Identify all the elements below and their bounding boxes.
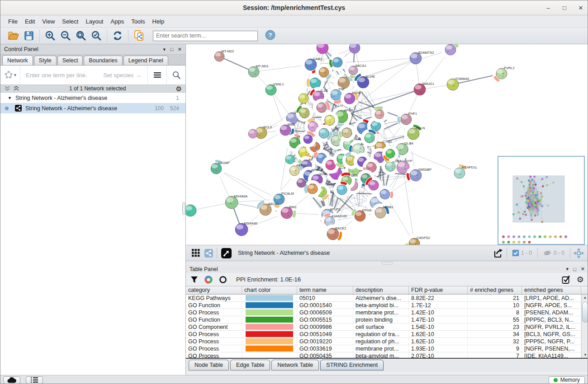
zoom-in-button[interactable]	[43, 29, 58, 42]
network-node[interactable]	[361, 129, 378, 146]
tab-select[interactable]: Select	[57, 56, 83, 65]
network-node[interactable]	[299, 94, 308, 103]
column-header[interactable]: description	[353, 286, 409, 294]
task-history-button[interactable]	[26, 376, 43, 384]
table-row[interactable]: GO ProcessGO:0033619membrane prot...1.93…	[186, 345, 588, 352]
network-node[interactable]: SMUG1	[414, 82, 434, 95]
zoom-selected-button[interactable]	[89, 29, 104, 42]
network-node[interactable]: MS4A4E	[235, 221, 257, 236]
network-node[interactable]: BACE2	[323, 225, 346, 244]
table-row[interactable]: GO ProcessGO:0019220regulation of ph...1…	[186, 338, 588, 345]
birdseye-toggle-button[interactable]	[572, 246, 585, 260]
tab-edge-table[interactable]: Edge Table	[230, 360, 270, 370]
tab-string-enrichment[interactable]: STRING Enrichment	[320, 360, 384, 370]
network-node[interactable]: CADPS2	[405, 234, 430, 245]
birdseye-panel[interactable]	[498, 156, 584, 244]
network-node[interactable]: MT-ND2	[214, 49, 234, 61]
save-session-button[interactable]	[21, 29, 37, 42]
open-session-button[interactable]	[6, 29, 21, 42]
string-search-button[interactable]	[166, 66, 185, 84]
network-node[interactable]: MTHFD1L	[450, 164, 477, 182]
network-row-selected[interactable]: String Network - Alzheimer's disease 100…	[0, 103, 185, 113]
menu-file[interactable]: File	[5, 17, 21, 26]
gear-icon[interactable]: ⚙	[176, 85, 182, 92]
column-header[interactable]: term name	[297, 286, 353, 294]
string-query-input[interactable]: Enter one term per line.	[26, 72, 103, 79]
collapse-all-icon[interactable]	[13, 86, 19, 91]
ring-chart-icon[interactable]	[219, 276, 227, 284]
network-node[interactable]	[297, 178, 306, 187]
tab-legend-panel[interactable]: Legend Panel	[123, 56, 168, 65]
string-source-dropdown[interactable]: ▾	[0, 66, 20, 84]
scroll-up-icon[interactable]: ▲	[582, 295, 588, 301]
clone-network-button[interactable]	[131, 29, 147, 42]
refresh-button[interactable]	[110, 29, 125, 42]
horizontal-splitter[interactable]	[186, 261, 588, 265]
network-node[interactable]: MT-ND1	[248, 64, 269, 77]
network-node[interactable]: BCHE	[354, 73, 375, 92]
network-node[interactable]	[317, 44, 328, 54]
species-hint[interactable]: Set species →	[103, 72, 141, 79]
network-view[interactable]: MT-ND2MT-ND1VSNL1GAB2IRS1CHATABCA1BCHEAD…	[186, 44, 588, 245]
menu-help[interactable]: Help	[149, 17, 168, 26]
tab-network[interactable]: Network	[2, 55, 33, 65]
network-node[interactable]	[338, 124, 356, 141]
network-collection-row[interactable]: ▼ String Network - Alzheimer's disease 1	[0, 93, 185, 103]
table-row[interactable]: KEGG Pathways05010Alzheimer's dise...8.8…	[186, 295, 588, 302]
table-row[interactable]: GO ProcessGO:0051049regulation of tra...…	[186, 331, 588, 338]
cloud-tasks-button[interactable]	[3, 376, 20, 384]
zoom-out-button[interactable]	[58, 29, 73, 42]
vertical-scrollbar[interactable]: ▲ ▼	[581, 295, 588, 358]
network-node[interactable]: BIN1	[277, 203, 297, 222]
scroll-down-icon[interactable]: ▼	[582, 352, 588, 358]
menu-tools[interactable]: Tools	[128, 17, 148, 26]
table-row[interactable]: GO ComponentGO:0009986cell surface1.54E-…	[186, 323, 588, 331]
column-header[interactable]: enriched genes	[522, 286, 581, 294]
menu-view[interactable]: View	[39, 17, 58, 26]
column-header[interactable]: chart color	[242, 286, 297, 294]
column-header[interactable]: FDR p-value	[409, 286, 468, 294]
panel-divider-grip[interactable]	[182, 202, 185, 215]
network-node[interactable]: ABCA7	[256, 200, 279, 219]
table-row[interactable]: GO FunctionGO:0001540beta-amyloid bi...1…	[186, 302, 588, 309]
network-node[interactable]: PVRL2	[493, 65, 515, 83]
network-node[interactable]	[382, 145, 398, 162]
gear-icon[interactable]: ⚙	[577, 276, 584, 284]
network-node[interactable]	[300, 131, 316, 147]
panel-close-icon[interactable]: ✕	[581, 266, 585, 272]
close-button[interactable]: ✕	[578, 5, 584, 11]
network-node[interactable]	[304, 180, 321, 197]
network-node[interactable]: APBB1	[371, 204, 394, 222]
tree-expander-icon[interactable]: ▼	[8, 96, 12, 100]
panel-float-icon[interactable]: □	[170, 47, 173, 52]
minimize-button[interactable]: –	[545, 5, 551, 11]
column-header[interactable]: # enriched genes	[468, 286, 522, 294]
network-node[interactable]: TARDBP	[406, 166, 432, 185]
menu-select[interactable]: Select	[59, 17, 81, 26]
filter-icon[interactable]	[190, 276, 198, 283]
color-chart-icon[interactable]	[204, 276, 213, 284]
network-node[interactable]	[329, 54, 346, 71]
column-header[interactable]: category	[186, 286, 242, 294]
expand-all-icon[interactable]	[4, 86, 10, 91]
menu-layout[interactable]: Layout	[82, 17, 106, 26]
tab-network-table[interactable]: Network Table	[271, 360, 319, 370]
table-row[interactable]: GO ProcessGO:0006509membrane prot...1.42…	[186, 309, 588, 316]
hidden-nodes-indicator[interactable]: 0 - 0	[540, 250, 568, 256]
panel-menu-icon[interactable]: ▾	[566, 266, 569, 272]
string-options-button[interactable]	[147, 66, 166, 84]
tab-boundaries[interactable]: Boundaries	[84, 56, 122, 65]
search-input[interactable]	[153, 31, 258, 41]
network-node[interactable]: VSNL1	[266, 82, 284, 95]
network-node[interactable]: TOMM40	[447, 77, 469, 90]
select-columns-icon[interactable]	[562, 275, 570, 284]
maximize-button[interactable]: □	[561, 5, 568, 11]
table-row[interactable]: GO FunctionGO:0005515protein binding1.47…	[186, 316, 588, 323]
selected-nodes-indicator[interactable]: 1 - 0	[509, 250, 536, 256]
panel-menu-icon[interactable]: ▾	[163, 47, 166, 52]
network-node[interactable]: MS4A4A	[186, 203, 196, 216]
table-row[interactable]: GO ProcessGO:0050435beta-amyloid m...2.0…	[186, 352, 588, 358]
string-network-badge[interactable]	[219, 246, 233, 260]
network-node[interactable]: RELN	[404, 124, 425, 143]
panel-close-icon[interactable]: ✕	[178, 47, 182, 52]
